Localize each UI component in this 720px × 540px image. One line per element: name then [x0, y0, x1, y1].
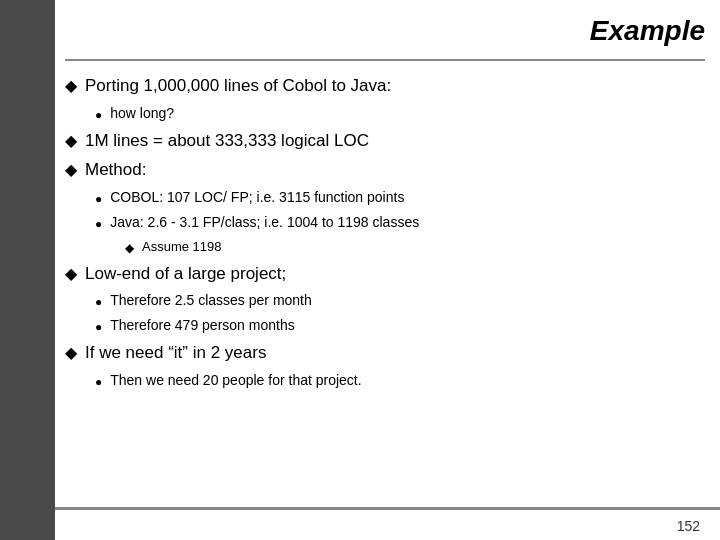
title-rule [65, 59, 705, 61]
bullet-5-icon: ◆ [65, 341, 77, 365]
page-number: 152 [677, 518, 700, 534]
left-sidebar [0, 0, 55, 540]
bullet-3-sub2-sub1-text: Assume 1198 [142, 237, 222, 257]
bullet-1-sub1: ● how long? [95, 103, 705, 124]
slide-container: Example ◆ Porting 1,000,000 lines of Cob… [0, 0, 720, 540]
bullet-3-icon: ◆ [65, 158, 77, 182]
bullet-1: ◆ Porting 1,000,000 lines of Cobol to Ja… [65, 73, 705, 99]
bullet-5-sub1-icon: ● [95, 373, 102, 391]
bullet-2: ◆ 1M lines = about 333,333 logical LOC [65, 128, 705, 154]
bullet-3-sub1-icon: ● [95, 190, 102, 208]
bullet-1-text: Porting 1,000,000 lines of Cobol to Java… [85, 73, 391, 99]
bullet-5-sub1-text: Then we need 20 people for that project. [110, 370, 361, 391]
bullet-5: ◆ If we need “it” in 2 years [65, 340, 705, 366]
bullet-3-sub2-icon: ● [95, 215, 102, 233]
bullet-3: ◆ Method: [65, 157, 705, 183]
bullet-1-icon: ◆ [65, 74, 77, 98]
bullet-4-sub1-text: Therefore 2.5 classes per month [110, 290, 312, 311]
bullet-2-icon: ◆ [65, 129, 77, 153]
bullet-3-sub2-sub1-icon: ◆ [125, 239, 134, 257]
bullet-3-text: Method: [85, 157, 146, 183]
bullet-5-text: If we need “it” in 2 years [85, 340, 266, 366]
bullet-4-sub1-icon: ● [95, 293, 102, 311]
bullet-4: ◆ Low-end of a large project; [65, 261, 705, 287]
bullet-3-sub2: ● Java: 2.6 - 3.1 FP/class; i.e. 1004 to… [95, 212, 705, 233]
content-area: ◆ Porting 1,000,000 lines of Cobol to Ja… [65, 73, 705, 500]
bullet-3-sub2-sub1: ◆ Assume 1198 [125, 237, 705, 257]
main-content: Example ◆ Porting 1,000,000 lines of Cob… [65, 10, 705, 500]
bullet-4-sub2-icon: ● [95, 318, 102, 336]
bullet-4-icon: ◆ [65, 262, 77, 286]
bullet-1-sub1-icon: ● [95, 106, 102, 124]
bullet-4-text: Low-end of a large project; [85, 261, 286, 287]
bullet-3-sub2-text: Java: 2.6 - 3.1 FP/class; i.e. 1004 to 1… [110, 212, 419, 233]
bullet-3-sub1-text: COBOL: 107 LOC/ FP; i.e. 3115 function p… [110, 187, 404, 208]
slide-title: Example [65, 15, 705, 47]
bullet-3-sub1: ● COBOL: 107 LOC/ FP; i.e. 3115 function… [95, 187, 705, 208]
bottom-border [55, 507, 720, 510]
bullet-5-sub1: ● Then we need 20 people for that projec… [95, 370, 705, 391]
bullet-1-sub1-text: how long? [110, 103, 174, 124]
bullet-4-sub1: ● Therefore 2.5 classes per month [95, 290, 705, 311]
bullet-4-sub2: ● Therefore 479 person months [95, 315, 705, 336]
bullet-4-sub2-text: Therefore 479 person months [110, 315, 294, 336]
bullet-2-text: 1M lines = about 333,333 logical LOC [85, 128, 369, 154]
